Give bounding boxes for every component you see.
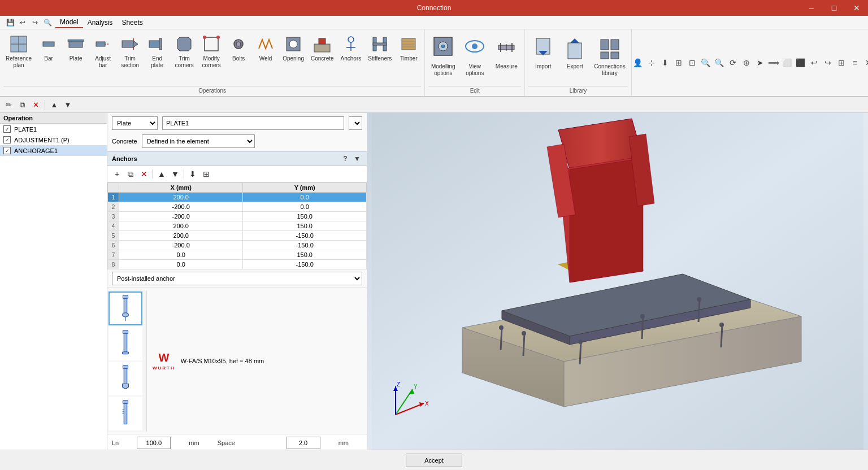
ribbon-adjust-bar[interactable]: Adjustbar [90,33,115,70]
ribbon-modify-corners[interactable]: Modifycorners [199,33,224,70]
ribbon-stiffeners[interactable]: Stiffeners [366,33,394,63]
anchor-up-btn[interactable]: ▲ [155,168,168,180]
rb-icon-18[interactable]: ✕ [862,56,868,69]
toolbar-delete[interactable]: ✕ [29,99,42,111]
anchor-thumb-4[interactable] [108,397,142,430]
anchor-grid-btn[interactable]: ⊞ [200,168,212,180]
table-row[interactable]: 8 0.0 -150.0 [108,260,367,269]
ribbon-bolts[interactable]: Bolts [226,33,251,63]
rb-icon-15[interactable]: ↪ [822,56,834,69]
anchors-collapse-icon[interactable]: ▼ [352,154,362,164]
anchor-down-btn[interactable]: ▼ [169,168,181,180]
qa-save[interactable]: 💾 [5,17,16,28]
ribbon-trim-corners[interactable]: Trimcorners [172,33,197,70]
rb-icon-12[interactable]: ⬜ [781,56,793,69]
viewport-3d[interactable]: X Y Z [367,113,868,450]
svg-rect-44 [568,43,581,59]
menu-sheets[interactable]: Sheets [117,18,147,28]
ribbon-end-plate[interactable]: Endplate [145,33,170,70]
anchor-thumb-2[interactable] [108,327,142,360]
anchor-thumb-1[interactable] [108,291,142,325]
ribbon-anchors[interactable]: Anchors [338,33,364,63]
ribbon-operations-label: Operations [3,86,421,94]
op-checkbox-anchorage1[interactable] [3,147,11,154]
ribbon-weld[interactable]: Weld [253,33,278,63]
ribbon-opening[interactable]: Opening [280,33,306,63]
rb-icon-13[interactable]: ⬛ [795,56,807,69]
name-dropdown[interactable]: ▼ [349,116,362,130]
table-row[interactable]: 1 200.0 0.0 [108,193,367,202]
ribbon-bar[interactable]: Bar [36,33,61,63]
anchors-help-icon[interactable]: ? [340,154,350,164]
rb-icon-4[interactable]: ⊞ [672,56,685,69]
op-item-anchorage1[interactable]: ANCHORAGE1 [0,145,107,156]
toolbar-up[interactable]: ▲ [48,99,60,111]
op-checkbox-plate1[interactable] [3,125,11,133]
ln-label: Ln [112,439,132,446]
row-num-6: 6 [108,241,119,250]
toolbar-pencil[interactable]: ✏ [2,99,15,111]
rb-icon-8[interactable]: ⟳ [727,56,739,69]
qa-redo[interactable]: ↪ [29,17,41,28]
ribbon-view-options[interactable]: Viewoptions [460,33,489,78]
ribbon-export[interactable]: Export [560,33,589,71]
rb-icon-3[interactable]: ⬇ [659,56,671,69]
rb-icon-9[interactable]: ⊕ [740,56,753,69]
menu-model[interactable]: Model [55,17,83,28]
rb-icon-6[interactable]: 🔍 [700,56,712,69]
table-row[interactable]: 5 200.0 -150.0 [108,231,367,241]
space-input[interactable] [287,437,320,449]
rb-icon-1[interactable]: 👤 [632,56,644,69]
menu-analysis[interactable]: Analysis [83,18,118,28]
rb-icon-11[interactable]: ⟹ [767,56,780,69]
ribbon-measure[interactable]: Measure [492,33,521,71]
rb-icon-14[interactable]: ↩ [808,56,821,69]
row-num-7: 7 [108,250,119,260]
ribbon-connections-library[interactable]: Connectionslibrary [592,33,628,78]
table-row[interactable]: 6 -200.0 -150.0 [108,241,367,250]
ribbon-import[interactable]: Import [528,33,558,71]
rb-icon-7[interactable]: 🔍 [713,56,726,69]
minimize-button[interactable]: – [800,0,823,16]
ribbon-timber[interactable]: Timber [396,33,421,63]
rb-icon-10[interactable]: ➤ [754,56,766,69]
table-row[interactable]: 2 -200.0 0.0 [108,202,367,212]
op-item-adjustment1[interactable]: ADJUSTMENT1 (P) [0,134,107,145]
table-row[interactable]: 7 0.0 150.0 [108,250,367,260]
table-row[interactable]: 3 -200.0 150.0 [108,212,367,221]
qa-undo[interactable]: ↩ [17,17,28,28]
toolbar-copy[interactable]: ⧉ [16,99,28,111]
close-button[interactable]: ✕ [845,0,868,16]
accept-button[interactable]: Accept [406,454,462,467]
toolbar-down[interactable]: ▼ [62,99,74,111]
adjust-bar-label: Adjustbar [95,55,111,69]
concrete-dropdown[interactable]: Defined in the element [142,134,255,148]
anchor-add-btn[interactable]: + [111,168,123,180]
op-item-plate1[interactable]: PLATE1 [0,124,107,134]
anchor-thumb-3[interactable] [108,362,142,395]
rb-icon-17[interactable]: ≡ [849,56,861,69]
plate-type-dropdown[interactable]: Plate Bar Reference [112,116,158,130]
svg-line-84 [580,342,581,364]
anchor-type-select[interactable]: Post-installed anchor Cast-in anchor [112,272,362,285]
table-row[interactable]: 4 200.0 150.0 [108,221,367,231]
anchors-header-icons: ? ▼ [340,154,362,164]
plate-name-input[interactable] [162,116,344,130]
svg-rect-3 [43,42,54,46]
anchor-copy-btn[interactable]: ⧉ [124,168,137,180]
rb-icon-16[interactable]: ⊞ [835,56,848,69]
anchor-import-btn[interactable]: ⬇ [186,168,199,180]
ln-input[interactable] [137,437,171,449]
ribbon-plate[interactable]: Plate [63,33,88,63]
op-checkbox-adjustment1[interactable] [3,136,11,143]
qa-search[interactable]: 🔍 [42,17,53,28]
ribbon-reference-plan[interactable]: Referenceplan [3,33,34,70]
ribbon-modelling-options[interactable]: Modellingoptions [428,33,458,78]
rb-icon-2[interactable]: ⊹ [645,56,658,69]
anchor-delete-btn[interactable]: ✕ [138,168,150,180]
anchor-sep-2 [184,169,184,179]
rb-icon-5[interactable]: ⊡ [686,56,698,69]
ribbon-concrete[interactable]: Concrete [309,33,336,63]
maximize-button[interactable]: □ [823,0,845,16]
ribbon-trim-section[interactable]: Trimsection [118,33,142,70]
